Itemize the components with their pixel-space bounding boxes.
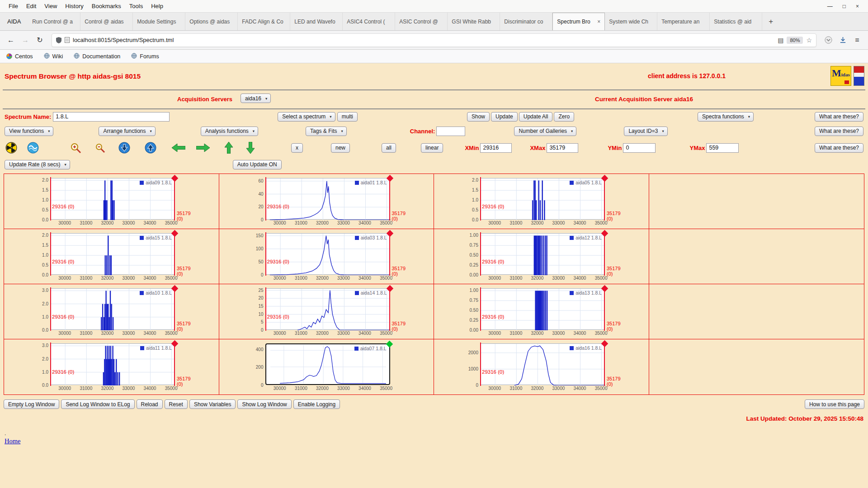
reset-button[interactable]: Reset — [165, 399, 188, 409]
plot-area[interactable]: aida05 1.8.L29316 (0) — [480, 178, 605, 220]
spectrum-chart-aida07[interactable]: 0200400300003100032000330003400035000aid… — [265, 343, 390, 385]
menu-icon[interactable]: ≡ — [851, 34, 863, 47]
pocket-icon[interactable] — [822, 34, 835, 47]
view-functions-dropdown[interactable]: View functions▾ — [5, 127, 53, 136]
update-button[interactable]: Update — [491, 112, 518, 122]
maximize-button[interactable]: □ — [843, 3, 846, 9]
show-log-window-button[interactable]: Show Log Window — [237, 399, 291, 409]
bookmark-wiki[interactable]: Wiki — [44, 53, 63, 60]
plot-area[interactable]: aida14 1.8.L29316 (0) — [265, 288, 390, 330]
spectrum-chart-aida14[interactable]: 0510152025300003100032000330003400035000… — [265, 288, 390, 330]
menu-file[interactable]: File — [5, 3, 22, 9]
acq-server-select[interactable]: aida16▾ — [241, 94, 271, 103]
bookmark-star-icon[interactable]: ☆ — [806, 37, 812, 44]
spectra-functions-dropdown[interactable]: Spectra functions▾ — [698, 112, 754, 122]
bookmark-centos[interactable]: Centos — [6, 53, 33, 60]
x-button[interactable]: x — [291, 143, 303, 153]
browser-tab[interactable]: FADC Align & Co — [238, 13, 290, 30]
zoom-level-badge[interactable]: 80% — [787, 37, 803, 44]
num-galleries-dropdown[interactable]: Number of Galleries▾ — [514, 127, 576, 136]
browser-tab[interactable]: Control @ aidas — [80, 13, 133, 30]
channel-input[interactable] — [436, 127, 465, 136]
reload-button[interactable]: Reload — [137, 399, 163, 409]
menu-bookmarks[interactable]: Bookmarks — [88, 3, 125, 9]
plot-area[interactable]: aida11 1.8.L29316 (0) — [50, 343, 175, 385]
multi-button[interactable]: multi — [337, 112, 358, 122]
pan-up-icon[interactable] — [224, 142, 233, 154]
reload-icon[interactable]: ↻ — [33, 34, 46, 47]
update-rate-dropdown[interactable]: Update Rate (8 secs)▾ — [5, 160, 70, 169]
new-button[interactable]: new — [331, 143, 350, 153]
page-icon[interactable] — [65, 37, 70, 43]
enable-logging-button[interactable]: Enable Logging — [293, 399, 340, 409]
radiation-icon[interactable] — [5, 142, 17, 154]
zero-button[interactable]: Zero — [554, 112, 574, 122]
scroll-down-icon[interactable] — [118, 142, 130, 154]
empty-log-window-button[interactable]: Empty Log Window — [4, 399, 59, 409]
menu-tools[interactable]: Tools — [125, 3, 147, 9]
select-spectrum-dropdown[interactable]: Select a spectrum▾ — [278, 112, 335, 122]
tab-close-icon[interactable]: × — [597, 19, 600, 25]
browser-tab[interactable]: System wide Ch — [605, 13, 657, 30]
reader-view-icon[interactable]: ▤ — [778, 37, 783, 44]
spectrum-chart-aida01[interactable]: 0204060300003100032000330003400035000aid… — [265, 178, 390, 220]
xmax-input[interactable] — [547, 143, 578, 153]
zoom-out-icon[interactable] — [95, 143, 106, 153]
how-to-use-button[interactable]: How to use this page — [805, 399, 864, 409]
shield-icon[interactable] — [56, 37, 61, 43]
spectrum-chart-aida15[interactable]: 0.00.51.01.52.03000031000320003300034000… — [50, 233, 175, 275]
browser-tab[interactable]: ASIC4 Control ( — [343, 13, 395, 30]
spectrum-name-input[interactable] — [53, 112, 170, 122]
water-refresh-icon[interactable] — [27, 142, 39, 154]
pan-down-icon[interactable] — [246, 142, 255, 154]
browser-tab[interactable]: Temperature an — [657, 13, 710, 30]
pan-left-icon[interactable] — [172, 143, 185, 152]
show-button[interactable]: Show — [467, 112, 490, 122]
url-bar[interactable]: localhost:8015/Spectrum/Spectrum.tml ▤ 8… — [52, 33, 816, 47]
menu-edit[interactable]: Edit — [22, 3, 40, 9]
spectrum-chart-aida12[interactable]: 0.000.250.500.751.0030000310003200033000… — [480, 233, 605, 275]
ymin-input[interactable] — [623, 143, 656, 153]
close-button[interactable]: × — [856, 3, 859, 9]
send-log-window-to-elog-button[interactable]: Send Log Window to ELog — [61, 399, 134, 409]
plot-area[interactable]: aida03 1.8.L29316 (0) — [265, 233, 390, 275]
spectrum-chart-aida09[interactable]: 0.00.51.01.52.03000031000320003300034000… — [50, 178, 175, 220]
analysis-functions-dropdown[interactable]: Analysis functions▾ — [201, 127, 258, 136]
spectrum-chart-aida11[interactable]: 0.01.02.03.03000031000320003300034000350… — [50, 343, 175, 385]
what-are-these-button-3[interactable]: What are these? — [815, 143, 863, 153]
auto-update-button[interactable]: Auto Update ON — [233, 160, 282, 169]
menu-help[interactable]: Help — [147, 3, 167, 9]
plot-area[interactable]: aida09 1.8.L29316 (0) — [50, 178, 175, 220]
browser-tab[interactable]: Run Control @ a — [28, 13, 80, 30]
spectrum-chart-aida03[interactable]: 050100150300003100032000330003400035000a… — [265, 233, 390, 275]
url-text[interactable]: localhost:8015/Spectrum/Spectrum.tml — [73, 37, 774, 43]
browser-tab[interactable]: Options @ aidas — [185, 13, 238, 30]
xmin-input[interactable] — [480, 143, 512, 153]
menu-history[interactable]: History — [61, 3, 87, 9]
back-icon[interactable]: ← — [5, 34, 17, 47]
bookmark-forums[interactable]: Forums — [131, 53, 159, 60]
layout-id-dropdown[interactable]: Layout ID=3▾ — [624, 127, 667, 136]
forward-icon[interactable]: → — [19, 34, 32, 47]
menu-view[interactable]: View — [40, 3, 61, 9]
browser-tab[interactable]: Statistics @ aid — [710, 13, 762, 30]
plot-area[interactable]: aida13 1.8.L29316 (0) — [480, 288, 605, 330]
update-all-button[interactable]: Update All — [519, 112, 553, 122]
new-tab-button[interactable]: + — [762, 13, 779, 30]
browser-tab[interactable]: Module Settings — [133, 13, 185, 30]
plot-area[interactable]: aida07 1.8.L — [265, 343, 390, 385]
what-are-these-button-2[interactable]: What are these? — [815, 127, 863, 136]
bookmark-documentation[interactable]: Documentation — [74, 53, 120, 60]
what-are-these-button-1[interactable]: What are these? — [815, 112, 863, 122]
spectrum-chart-aida05[interactable]: 0.00.51.01.52.03000031000320003300034000… — [480, 178, 605, 220]
zoom-in-icon[interactable] — [70, 142, 82, 154]
plot-area[interactable]: aida01 1.8.L29316 (0) — [265, 178, 390, 220]
linear-button[interactable]: linear — [421, 143, 443, 153]
spectrum-chart-aida16[interactable]: 010002000300003100032000330003400035000a… — [480, 343, 605, 385]
browser-tab[interactable]: Discriminator co — [500, 13, 552, 30]
plot-area[interactable]: aida12 1.8.L29316 (0) — [480, 233, 605, 275]
arrange-functions-dropdown[interactable]: Arrange functions▾ — [99, 127, 155, 136]
plot-area[interactable]: aida16 1.8.L29316 (0) — [480, 343, 605, 385]
home-link[interactable]: Home — [5, 437, 20, 445]
browser-tab[interactable]: Spectrum Bro× — [552, 13, 605, 30]
